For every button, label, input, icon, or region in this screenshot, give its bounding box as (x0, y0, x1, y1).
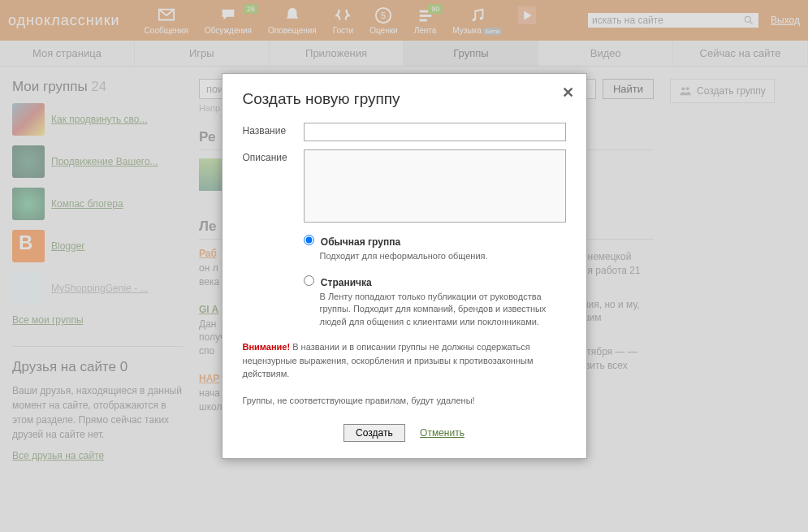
radio-page-desc: В Ленту попадают только публикации от ру… (320, 291, 566, 328)
cancel-link[interactable]: Отменить (420, 427, 464, 439)
group-type-radios: Обычная группа Подходит для неформальног… (304, 235, 566, 328)
radio-normal-group[interactable] (304, 235, 314, 245)
radio-normal-label[interactable]: Обычная группа (321, 236, 400, 248)
create-group-modal: ✕ Создать новую группу Название Описание… (222, 73, 587, 458)
modal-title: Создать новую группу (243, 90, 566, 108)
radio-page[interactable] (304, 275, 314, 286)
name-label: Название (243, 123, 304, 141)
group-name-input[interactable] (304, 123, 566, 141)
desc-label: Описание (243, 149, 304, 223)
group-desc-input[interactable] (304, 149, 566, 223)
close-icon[interactable]: ✕ (562, 84, 574, 102)
radio-page-label[interactable]: Страничка (321, 277, 372, 288)
submit-button[interactable]: Создать (344, 424, 405, 442)
radio-normal-desc: Подходит для неформального общения. (320, 250, 566, 262)
warning-text: Внимание! В названии и в описании группы… (243, 340, 566, 408)
modal-overlay[interactable]: ✕ Создать новую группу Название Описание… (0, 0, 808, 532)
modal-actions: Создать Отменить (243, 424, 566, 442)
